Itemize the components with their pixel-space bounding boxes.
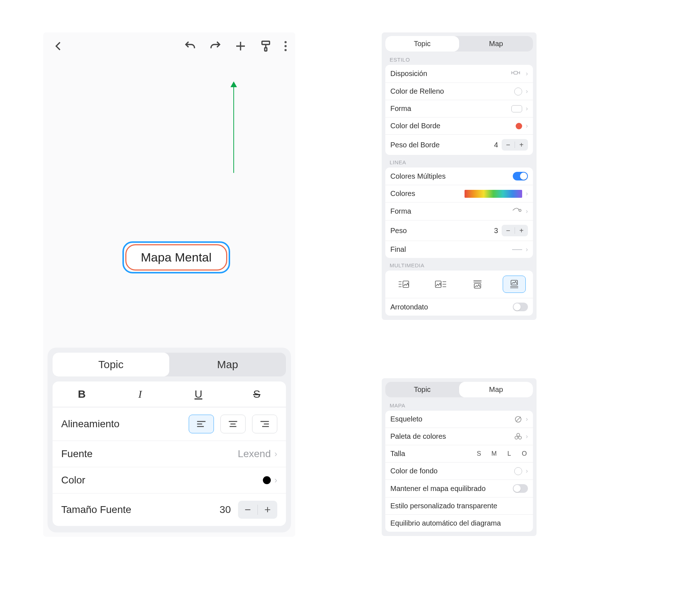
- rounded-label: Arrotondato: [390, 303, 428, 311]
- svg-point-28: [517, 433, 520, 436]
- transparent-style-label: Estilo personalizado transparente: [390, 502, 497, 510]
- media-bottom-button[interactable]: [503, 276, 526, 293]
- text-style-row: B I U S: [53, 381, 286, 407]
- balanced-toggle[interactable]: [513, 484, 528, 493]
- media-top-button[interactable]: [466, 276, 489, 293]
- bg-color-row[interactable]: Color de fondo ›: [385, 462, 533, 479]
- border-weight-decrease-button[interactable]: −: [502, 139, 515, 151]
- more-icon[interactable]: [284, 41, 287, 51]
- multi-colors-row: Colores Múltiples: [385, 168, 533, 185]
- line-end-row[interactable]: Final ›: [385, 241, 533, 258]
- border-weight-increase-button[interactable]: +: [515, 139, 528, 151]
- auto-balance-row[interactable]: Equilibrio automático del diagrama: [385, 514, 533, 532]
- color-value: ›: [263, 475, 277, 485]
- strikethrough-button[interactable]: S: [246, 388, 268, 400]
- media-right-button[interactable]: [429, 276, 452, 293]
- size-m-button[interactable]: M: [490, 450, 498, 457]
- font-size-increase-button[interactable]: +: [258, 501, 277, 519]
- bold-button[interactable]: B: [71, 388, 93, 400]
- chevron-right-icon: ›: [526, 122, 528, 130]
- font-row[interactable]: Fuente Lexend ›: [53, 441, 286, 467]
- rounded-toggle[interactable]: [513, 303, 528, 311]
- tab-topic[interactable]: Topic: [385, 382, 459, 397]
- mapa-sheet: Esqueleto › Paleta de colores › Talla S …: [385, 411, 533, 532]
- font-size-row: Tamaño Fuente 30 − +: [53, 493, 286, 526]
- tab-topic[interactable]: Topic: [53, 353, 169, 376]
- linea-sheet: Colores Múltiples Colores › Forma › Peso…: [385, 168, 533, 258]
- skeleton-row[interactable]: Esqueleto ›: [385, 411, 533, 428]
- size-s-button[interactable]: S: [475, 450, 483, 457]
- add-icon[interactable]: [234, 40, 247, 53]
- italic-button[interactable]: I: [129, 388, 151, 400]
- alignment-label: Alineamiento: [61, 418, 120, 430]
- section-multimedia-label: MULTIMEDIA: [385, 258, 533, 271]
- line-shape-row[interactable]: Forma ›: [385, 202, 533, 220]
- chevron-right-icon: ›: [526, 207, 528, 215]
- border-color-label: Color del Borde: [390, 122, 440, 130]
- fill-color-row[interactable]: Color de Relleno ›: [385, 82, 533, 100]
- format-paint-icon[interactable]: [259, 40, 272, 53]
- border-color-row[interactable]: Color del Borde ›: [385, 117, 533, 134]
- font-size-stepper: 30 − +: [220, 501, 277, 519]
- section-estilo-label: ESTILO: [385, 52, 533, 65]
- color-row[interactable]: Color ›: [53, 467, 286, 493]
- transparent-style-row[interactable]: Estilo personalizado transparente: [385, 497, 533, 514]
- media-left-button[interactable]: [393, 276, 416, 293]
- tab-map[interactable]: Map: [459, 36, 533, 52]
- underline-button[interactable]: U: [188, 388, 209, 400]
- chevron-right-icon: ›: [274, 475, 277, 485]
- format-tabs: Topic Map: [53, 353, 286, 376]
- shape-row[interactable]: Forma ›: [385, 100, 533, 117]
- rounded-row: Arrotondato: [385, 298, 533, 316]
- disposicion-row[interactable]: Disposición ›: [385, 65, 533, 82]
- color-swatch-icon: [514, 467, 522, 475]
- mindmap-root-node[interactable]: Mapa Mental: [122, 241, 230, 273]
- bg-color-label: Color de fondo: [390, 467, 438, 475]
- chevron-right-icon: ›: [526, 467, 528, 475]
- map-style-panel: Topic Map MAPA Esqueleto › Paleta de col…: [382, 378, 537, 536]
- line-shape-label: Forma: [390, 207, 411, 215]
- balanced-row: Mantener el mapa equilibrado: [385, 479, 533, 497]
- colors-row[interactable]: Colores ›: [385, 185, 533, 202]
- size-l-button[interactable]: L: [506, 450, 513, 457]
- multi-colors-toggle[interactable]: [513, 172, 528, 180]
- media-layout-row: [385, 271, 533, 298]
- font-size-decrease-button[interactable]: −: [238, 501, 257, 519]
- balanced-label: Mantener el mapa equilibrado: [390, 485, 486, 493]
- align-center-button[interactable]: [220, 415, 246, 433]
- undo-icon[interactable]: [184, 40, 197, 53]
- palette-row[interactable]: Paleta de colores ›: [385, 428, 533, 445]
- border-weight-row: Peso del Borde 4 − +: [385, 134, 533, 155]
- tab-topic[interactable]: Topic: [385, 36, 459, 52]
- svg-rect-11: [514, 71, 517, 74]
- topic-style-panel: Topic Map ESTILO Disposición › Color de …: [382, 32, 537, 320]
- align-right-button[interactable]: [252, 415, 277, 433]
- color-swatch-icon: [516, 123, 522, 129]
- chevron-right-icon: ›: [526, 70, 528, 77]
- back-icon[interactable]: [52, 40, 65, 53]
- format-sheet: B I U S Alineamiento: [53, 381, 286, 526]
- layout-icon: [509, 69, 522, 78]
- size-o-button[interactable]: O: [521, 450, 528, 457]
- disposicion-label: Disposición: [390, 70, 427, 78]
- size-label: Talla: [390, 450, 405, 458]
- shape-label: Forma: [390, 104, 411, 113]
- color-label: Color: [61, 474, 85, 486]
- tab-map[interactable]: Map: [459, 382, 533, 397]
- redo-icon[interactable]: [209, 40, 222, 53]
- tab-map[interactable]: Map: [169, 353, 286, 376]
- svg-rect-0: [262, 41, 270, 45]
- align-left-button[interactable]: [189, 415, 214, 433]
- editor-toolbar: [43, 32, 295, 57]
- line-weight-decrease-button[interactable]: −: [502, 225, 515, 236]
- border-weight-label: Peso del Borde: [390, 141, 440, 149]
- border-weight-stepper: 4 − +: [494, 139, 528, 151]
- style-tabs: Topic Map: [385, 36, 533, 52]
- estilo-sheet: Disposición › Color de Relleno › Forma ›: [385, 65, 533, 155]
- font-size-value: 30: [220, 504, 231, 515]
- line-weight-label: Peso: [390, 227, 407, 235]
- line-weight-increase-button[interactable]: +: [515, 225, 528, 236]
- chevron-right-icon: ›: [526, 88, 528, 95]
- editor-phone-view: Mapa Mental Topic Map B I U S Alineamien…: [43, 32, 295, 537]
- border-weight-value: 4: [494, 141, 498, 149]
